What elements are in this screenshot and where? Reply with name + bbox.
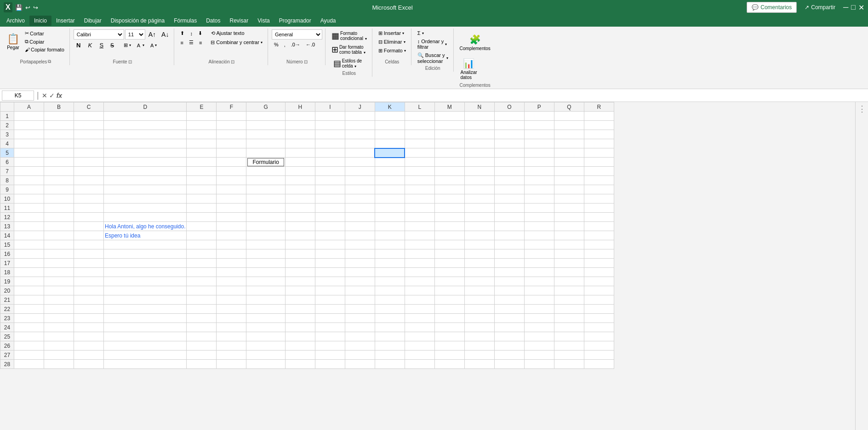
cell-j15[interactable]: [345, 240, 375, 249]
cell-q7[interactable]: [554, 167, 584, 176]
cell-e27[interactable]: [187, 351, 217, 360]
cell-b11[interactable]: [44, 204, 74, 213]
cell-g23[interactable]: [246, 314, 285, 323]
cell-c2[interactable]: [74, 121, 104, 130]
cell-m2[interactable]: [434, 121, 464, 130]
quick-access-save[interactable]: 💾: [15, 4, 23, 11]
cell-a25[interactable]: [14, 332, 44, 341]
cell-r12[interactable]: [584, 213, 614, 222]
close-icon[interactable]: ✕: [858, 3, 864, 12]
cell-b13[interactable]: [44, 222, 74, 231]
cell-p7[interactable]: [524, 167, 554, 176]
cell-g27[interactable]: [246, 351, 285, 360]
cell-h18[interactable]: [285, 268, 315, 277]
cell-m5[interactable]: [434, 148, 464, 158]
cell-l12[interactable]: [405, 213, 434, 222]
cell-l13[interactable]: [405, 222, 434, 231]
cancel-formula-icon[interactable]: ✕: [42, 92, 47, 99]
cell-q22[interactable]: [554, 305, 584, 314]
col-header-M[interactable]: M: [434, 102, 464, 112]
cell-k13[interactable]: [375, 222, 405, 231]
cell-o18[interactable]: [494, 268, 524, 277]
cell-r26[interactable]: [584, 341, 614, 351]
cell-k28[interactable]: [375, 360, 405, 369]
cell-n27[interactable]: [464, 351, 494, 360]
cell-o17[interactable]: [494, 259, 524, 268]
font-size-select[interactable]: 11: [125, 29, 145, 40]
cell-k8[interactable]: [375, 176, 405, 185]
cell-b1[interactable]: [44, 112, 74, 121]
cell-i11[interactable]: [315, 204, 345, 213]
cell-a16[interactable]: [14, 249, 44, 259]
cell-q10[interactable]: [554, 194, 584, 204]
cell-o22[interactable]: [494, 305, 524, 314]
cell-d28[interactable]: [104, 360, 187, 369]
cell-h28[interactable]: [285, 360, 315, 369]
find-select-button[interactable]: 🔍 Buscar yseleccionar ▾: [415, 51, 451, 65]
cell-n21[interactable]: [464, 295, 494, 305]
cell-f8[interactable]: [217, 176, 246, 185]
cell-b4[interactable]: [44, 139, 74, 148]
cell-k23[interactable]: [375, 314, 405, 323]
cell-g14[interactable]: [246, 231, 285, 240]
cell-o9[interactable]: [494, 185, 524, 194]
underline-button[interactable]: S: [97, 41, 107, 50]
cell-p9[interactable]: [524, 185, 554, 194]
cell-i26[interactable]: [315, 341, 345, 351]
cell-l6[interactable]: [405, 158, 434, 167]
conditional-format-button[interactable]: ▦ Formatocondicional ▾: [329, 29, 369, 42]
cell-i6[interactable]: [315, 158, 345, 167]
cell-e15[interactable]: [187, 240, 217, 249]
cell-m15[interactable]: [434, 240, 464, 249]
cell-g17[interactable]: [246, 259, 285, 268]
format-painter-button[interactable]: 🖌 Copiar formato: [23, 46, 67, 53]
format-button[interactable]: ⊞ Formato ▾: [376, 47, 408, 55]
cell-o27[interactable]: [494, 351, 524, 360]
menu-revisar[interactable]: Revisar: [225, 16, 253, 26]
cell-q18[interactable]: [554, 268, 584, 277]
cell-j1[interactable]: [345, 112, 375, 121]
cell-g25[interactable]: [246, 332, 285, 341]
cell-f21[interactable]: [217, 295, 246, 305]
font-name-select[interactable]: Calibri: [74, 29, 124, 40]
cell-n28[interactable]: [464, 360, 494, 369]
cell-h1[interactable]: [285, 112, 315, 121]
cell-n1[interactable]: [464, 112, 494, 121]
cell-o14[interactable]: [494, 231, 524, 240]
cell-c6[interactable]: [74, 158, 104, 167]
cell-m21[interactable]: [434, 295, 464, 305]
cell-r5[interactable]: [584, 148, 614, 158]
cell-c26[interactable]: [74, 341, 104, 351]
cell-ref-input[interactable]: [2, 91, 34, 101]
col-header-D[interactable]: D: [104, 102, 187, 112]
cell-e6[interactable]: [187, 158, 217, 167]
cell-i19[interactable]: [315, 277, 345, 286]
cell-b5[interactable]: [44, 148, 74, 158]
cell-q14[interactable]: [554, 231, 584, 240]
cell-p22[interactable]: [524, 305, 554, 314]
cell-o1[interactable]: [494, 112, 524, 121]
cell-c19[interactable]: [74, 277, 104, 286]
cell-c15[interactable]: [74, 240, 104, 249]
cell-d19[interactable]: [104, 277, 187, 286]
cell-h19[interactable]: [285, 277, 315, 286]
cell-h9[interactable]: [285, 185, 315, 194]
cell-e7[interactable]: [187, 167, 217, 176]
numero-expand-icon[interactable]: ⊡: [304, 59, 308, 64]
cell-h25[interactable]: [285, 332, 315, 341]
cell-m22[interactable]: [434, 305, 464, 314]
cell-d1[interactable]: [104, 112, 187, 121]
cell-h3[interactable]: [285, 130, 315, 139]
cell-g24[interactable]: [246, 323, 285, 332]
cell-r19[interactable]: [584, 277, 614, 286]
cell-g2[interactable]: [246, 121, 285, 130]
cell-r3[interactable]: [584, 130, 614, 139]
cell-k14[interactable]: [375, 231, 405, 240]
col-header-E[interactable]: E: [187, 102, 217, 112]
cell-e14[interactable]: [187, 231, 217, 240]
cell-k6[interactable]: [375, 158, 405, 167]
col-header-N[interactable]: N: [464, 102, 494, 112]
cell-e11[interactable]: [187, 204, 217, 213]
align-middle-button[interactable]: ↕: [188, 30, 195, 37]
cell-r16[interactable]: [584, 249, 614, 259]
